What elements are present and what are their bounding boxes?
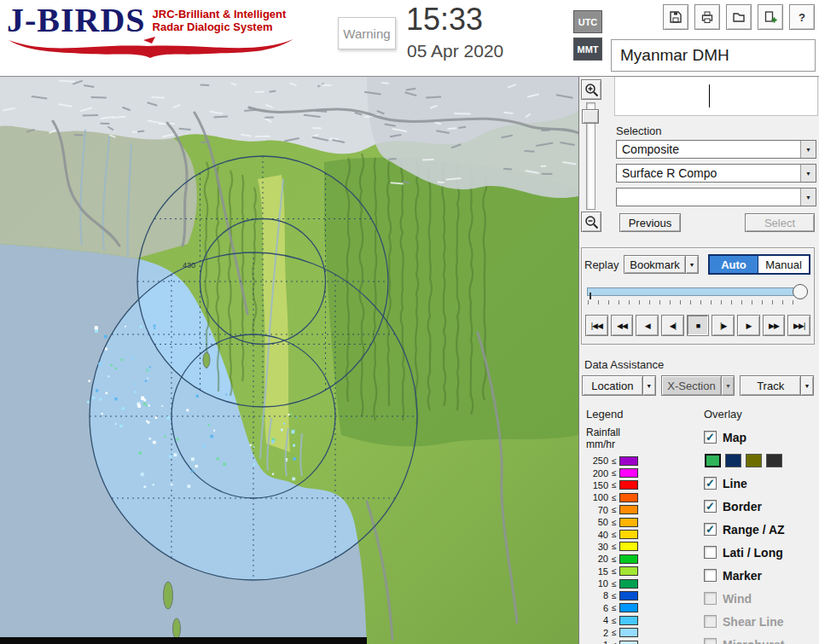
- track-button[interactable]: Track ▼: [740, 375, 814, 396]
- location-button-label[interactable]: Location: [582, 375, 642, 396]
- chevron-down-icon[interactable]: ▼: [800, 375, 814, 396]
- overlay-item-lati-long[interactable]: Lati / Long: [704, 541, 819, 564]
- legend-lte-sign: ≤: [612, 628, 617, 637]
- control-panel: Selection Composite ▼ Surface R Compo ▼ …: [578, 77, 819, 644]
- svg-text:?: ?: [799, 11, 805, 24]
- chevron-down-icon[interactable]: ▼: [800, 141, 816, 158]
- checkbox[interactable]: ✓: [704, 500, 717, 513]
- help-button[interactable]: ?: [789, 4, 815, 30]
- overlay-title: Overlay: [704, 408, 819, 421]
- bookmark-button-label[interactable]: Bookmark: [624, 255, 685, 274]
- legend-value: 50: [586, 517, 608, 527]
- overlay-item-line[interactable]: ✓Line: [704, 472, 819, 495]
- fast-rewind-button[interactable]: ◀◀: [611, 315, 634, 336]
- overlay-item-label: Map: [723, 431, 746, 444]
- play-button[interactable]: ▶: [737, 315, 760, 336]
- overlay-item-microburst[interactable]: Microburst: [704, 633, 819, 644]
- clock-date: 05 Apr 2020: [407, 41, 503, 61]
- chevron-down-icon[interactable]: ▼: [800, 165, 816, 182]
- overlay-item-range-az[interactable]: ✓Range / AZ: [704, 518, 819, 541]
- checkbox[interactable]: [704, 546, 717, 559]
- map-color-swatch-1[interactable]: [725, 454, 741, 467]
- stop-button[interactable]: ■: [687, 315, 710, 336]
- chevron-down-icon[interactable]: ▼: [800, 189, 816, 206]
- chevron-down-icon[interactable]: ▼: [685, 255, 699, 274]
- text-entry-field[interactable]: [614, 77, 818, 116]
- warning-button[interactable]: Warning: [338, 17, 396, 49]
- zoom-slider-thumb[interactable]: [582, 109, 599, 124]
- range-label: 430: [183, 261, 195, 270]
- empty-dropdown[interactable]: ▼: [616, 188, 816, 206]
- jump-start-button[interactable]: |◀◀: [585, 315, 608, 336]
- legend-color-swatch: [619, 542, 638, 551]
- auto-mode-button[interactable]: Auto: [710, 256, 758, 273]
- product-dropdown[interactable]: Surface R Compo ▼: [616, 164, 816, 183]
- map-area[interactable]: 430: [0, 77, 578, 644]
- save-button[interactable]: [663, 4, 688, 30]
- legend-lte-sign: ≤: [612, 518, 617, 527]
- utc-button[interactable]: UTC: [573, 10, 602, 33]
- overlay-item-wind[interactable]: Wind: [704, 587, 819, 610]
- select-button[interactable]: Select: [745, 213, 815, 232]
- replay-timeline-slider[interactable]: [587, 284, 808, 299]
- location-button[interactable]: Location ▼: [582, 375, 656, 396]
- overlay-item-map[interactable]: ✓Map: [704, 426, 819, 449]
- jump-end-button[interactable]: ▶▶|: [787, 315, 810, 336]
- legend-lte-sign: ≤: [612, 468, 617, 478]
- jbirds-app: J-BIRDS JRC-Brilliant & Intelligent Rada…: [0, 0, 819, 644]
- manual-mode-button[interactable]: Manual: [758, 256, 809, 273]
- legend-color-swatch: [619, 641, 638, 644]
- overlay-item-marker[interactable]: Marker: [704, 564, 819, 587]
- checkbox[interactable]: [704, 615, 717, 628]
- open-folder-button[interactable]: [726, 4, 752, 30]
- track-button-label[interactable]: Track: [740, 375, 800, 396]
- step-forward-button[interactable]: |▶: [712, 315, 735, 336]
- checkbox[interactable]: ✓: [704, 431, 717, 444]
- previous-button[interactable]: Previous: [619, 213, 681, 232]
- legend-entry-30: 30≤: [586, 541, 704, 553]
- zoom-out-button[interactable]: [581, 212, 601, 232]
- overlay-panel: Overlay ✓Map✓Line✓Border✓Range / AZLati …: [704, 408, 819, 644]
- legend-color-swatch: [619, 566, 638, 576]
- legend-value: 20: [586, 554, 608, 564]
- chevron-down-icon[interactable]: ▼: [721, 375, 735, 396]
- text-cursor: [709, 84, 710, 107]
- checkbox[interactable]: [704, 592, 717, 605]
- checkbox[interactable]: [704, 638, 717, 644]
- overlay-item-shear-line[interactable]: Shear Line: [704, 610, 819, 633]
- overlay-item-label: Line: [723, 477, 747, 490]
- legend-value: 200: [586, 468, 608, 479]
- mmt-button[interactable]: MMT: [573, 38, 602, 61]
- legend-entry-20: 20≤: [586, 553, 704, 565]
- radar-map[interactable]: 430: [0, 77, 578, 644]
- fast-forward-button[interactable]: ▶▶: [763, 315, 786, 336]
- export-button[interactable]: [758, 4, 783, 30]
- bookmark-button[interactable]: Bookmark ▼: [624, 255, 699, 274]
- overlay-item-label: Border: [723, 500, 762, 513]
- legend-entry-4: 4≤: [586, 614, 704, 626]
- checkbox[interactable]: [704, 569, 717, 582]
- legend-value: 1: [586, 640, 608, 644]
- timeline-thumb[interactable]: [793, 284, 808, 299]
- composite-dropdown[interactable]: Composite ▼: [616, 140, 816, 159]
- map-color-swatch-0[interactable]: [705, 454, 721, 467]
- zoom-in-button[interactable]: [581, 79, 601, 100]
- legend-lte-sign: ≤: [612, 591, 617, 600]
- legend-lte-sign: ≤: [612, 554, 617, 564]
- legend-value: 70: [586, 505, 608, 515]
- map-color-swatch-2[interactable]: [746, 454, 762, 467]
- legend-lte-sign: ≤: [612, 641, 617, 644]
- step-back-button[interactable]: ◀|: [661, 315, 684, 336]
- chevron-down-icon[interactable]: ▼: [642, 375, 656, 396]
- map-color-swatch-3[interactable]: [766, 454, 782, 467]
- x-section-button[interactable]: X-Section ▼: [661, 375, 735, 396]
- timeline-track[interactable]: [587, 287, 801, 296]
- play-reverse-button[interactable]: ◀: [636, 315, 659, 336]
- selection-label: Selection: [616, 125, 818, 137]
- print-button[interactable]: [694, 4, 720, 30]
- overlay-item-border[interactable]: ✓Border: [704, 495, 819, 518]
- checkbox[interactable]: ✓: [704, 477, 717, 490]
- checkbox[interactable]: ✓: [704, 523, 717, 536]
- zoom-out-icon: [584, 215, 599, 229]
- x-section-button-label[interactable]: X-Section: [661, 375, 722, 396]
